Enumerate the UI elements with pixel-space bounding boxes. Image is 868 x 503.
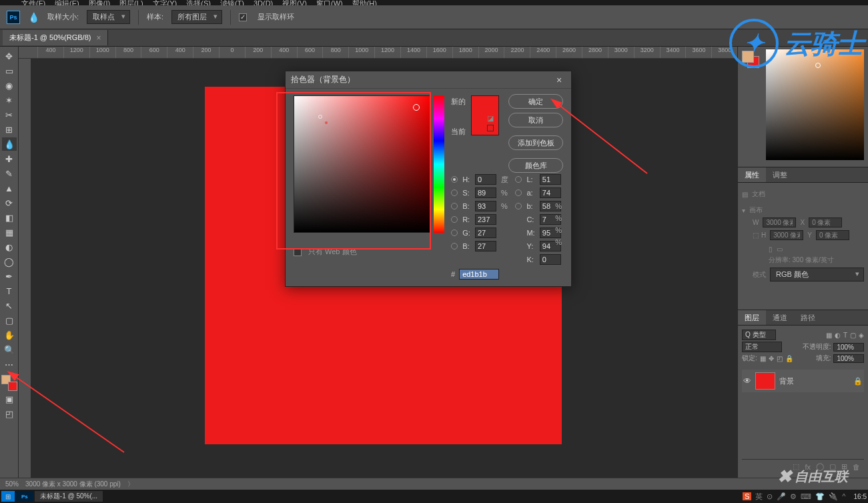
dialog-titlebar[interactable]: 拾色器（背景色） × [286, 71, 571, 89]
visibility-icon[interactable]: 👁 [743, 376, 751, 386]
lasso-tool[interactable]: ◉ [2, 79, 17, 92]
menu-3d[interactable]: 3D(D) [254, 2, 273, 6]
doc-dimensions[interactable]: 3000 像素 x 3000 像素 (300 ppi) [25, 480, 121, 489]
eraser-tool[interactable]: ◧ [2, 211, 17, 224]
blur-tool[interactable]: ◐ [2, 240, 17, 254]
stamp-tool[interactable]: ▲ [2, 181, 17, 195]
ime-icon[interactable]: S [743, 492, 751, 500]
document-tab[interactable]: 未标题-1 @ 50%(RGB/8) × [3, 30, 108, 45]
mini-fg-color[interactable] [742, 51, 754, 63]
g-radio[interactable] [451, 229, 458, 236]
height-input[interactable] [770, 230, 803, 240]
hue-slider[interactable] [434, 95, 444, 233]
layer-kind-filter[interactable]: Q 类型 [742, 330, 776, 340]
quickmask-tool[interactable]: ▣ [2, 392, 17, 406]
blend-mode-select[interactable]: 正常 [742, 342, 782, 352]
tab-channels[interactable]: 通道 [766, 310, 794, 325]
mode-select[interactable]: RGB 颜色 [770, 268, 864, 282]
filter-type-icon[interactable]: T [843, 332, 847, 339]
lock-pixels-icon[interactable]: ▦ [760, 355, 766, 362]
menu-help[interactable]: 帮助(H) [352, 2, 377, 6]
zoom-tool[interactable]: 🔍 [2, 343, 17, 356]
menu-layer[interactable]: 图层(L) [119, 2, 143, 6]
mini-color-field[interactable] [766, 49, 864, 160]
clock[interactable]: 16:5 [854, 493, 867, 500]
layer-thumb[interactable] [755, 372, 775, 390]
gradient-tool[interactable]: ▦ [2, 225, 17, 239]
k-input[interactable] [540, 254, 561, 265]
menu-type[interactable]: 文字(Y) [153, 2, 177, 6]
g-input[interactable] [475, 227, 496, 238]
menu-select[interactable]: 选择(S) [186, 2, 211, 6]
a-radio[interactable] [515, 189, 522, 196]
brush-tool[interactable]: ✎ [2, 167, 17, 180]
tray-icon[interactable]: ⚙ [790, 492, 797, 501]
tab-paths[interactable]: 路径 [794, 310, 822, 325]
layer-mask-icon[interactable]: ◯ [816, 462, 824, 471]
canvas-section[interactable]: ▾ [742, 207, 745, 214]
saturation-value-field[interactable] [294, 95, 431, 233]
tab-adjust[interactable]: 调整 [766, 167, 794, 182]
menu-filter[interactable]: 滤镜(T) [220, 2, 244, 6]
dodge-tool[interactable]: ◯ [2, 255, 17, 268]
orient-portrait-icon[interactable]: ▯ [769, 245, 773, 253]
tab-properties[interactable]: 属性 [738, 167, 766, 182]
r-input[interactable] [475, 214, 496, 225]
history-brush-tool[interactable]: ⟳ [2, 196, 17, 209]
taskbar-ps[interactable]: Ps [16, 491, 33, 502]
sample-select[interactable]: 所有图层 [171, 10, 222, 24]
start-button[interactable]: ⊞ [1, 491, 15, 502]
cancel-button[interactable]: 取消 [508, 113, 563, 127]
filter-adjust-icon[interactable]: ◐ [835, 332, 841, 339]
show-ring-checkbox[interactable] [239, 13, 247, 21]
tray-icon[interactable]: 👕 [815, 492, 825, 501]
s-input[interactable] [475, 187, 496, 198]
gamut-warning-icon[interactable]: ◪ [487, 114, 494, 123]
color-swatches[interactable] [1, 375, 17, 391]
status-arrow-icon[interactable]: 〉 [127, 480, 134, 489]
more-tool[interactable]: ⋯ [2, 358, 17, 371]
menu-view[interactable]: 视图(V) [282, 2, 307, 6]
tray-icon[interactable]: 🎤 [777, 492, 786, 501]
fill-input[interactable]: 100% [833, 354, 864, 363]
websafe-swatch[interactable] [487, 125, 494, 131]
y-input[interactable] [816, 230, 849, 240]
zoom-level[interactable]: 50% [5, 480, 19, 488]
filter-shape-icon[interactable]: ▢ [850, 332, 856, 339]
x-input[interactable] [809, 217, 842, 227]
l-radio[interactable] [515, 176, 522, 183]
current-color[interactable] [472, 115, 498, 135]
crop-tool[interactable]: ✂ [2, 108, 17, 121]
hand-tool[interactable]: ✋ [2, 328, 17, 342]
sample-size-select[interactable]: 取样点 [87, 10, 130, 24]
s-radio[interactable] [451, 189, 458, 196]
new-color[interactable] [472, 96, 498, 115]
lock-position-icon[interactable]: ✥ [769, 355, 774, 362]
type-tool[interactable]: T [2, 284, 17, 298]
opacity-input[interactable]: 100% [833, 343, 864, 352]
tray-icon[interactable]: 🔌 [829, 492, 838, 501]
web-only-checkbox[interactable] [294, 248, 302, 256]
r-radio[interactable] [451, 216, 458, 223]
a-input[interactable] [540, 187, 561, 198]
delete-layer-icon[interactable]: 🗑 [853, 463, 860, 471]
h-input[interactable] [475, 174, 496, 185]
shape-tool[interactable]: ▢ [2, 314, 17, 327]
layer-row-bg[interactable]: 👁 背景 🔒 [742, 370, 864, 392]
orient-landscape-icon[interactable]: ▭ [777, 245, 783, 253]
filter-pixel-icon[interactable]: ▦ [826, 332, 832, 339]
wand-tool[interactable]: ✶ [2, 93, 17, 107]
menu-window[interactable]: 窗口(W) [316, 2, 343, 6]
hex-input[interactable] [459, 269, 499, 280]
frame-tool[interactable]: ⊞ [2, 123, 17, 136]
ime-lang[interactable]: 英 [755, 492, 763, 502]
new-group-icon[interactable]: ▢ [829, 462, 836, 471]
filter-smart-icon[interactable]: ◈ [859, 332, 864, 339]
tray-icon[interactable]: ⌨ [801, 492, 811, 501]
background-color[interactable] [8, 382, 17, 391]
width-input[interactable] [763, 217, 796, 227]
tab-layers[interactable]: 图层 [738, 310, 766, 325]
taskbar-doc[interactable]: 未标题-1 @ 50%(... [35, 491, 103, 502]
new-current-swatch[interactable] [471, 95, 499, 135]
system-tray[interactable]: S 英 ⊙ 🎤 ⚙ ⌨ 👕 🔌 ^ 16:5 [743, 492, 867, 502]
